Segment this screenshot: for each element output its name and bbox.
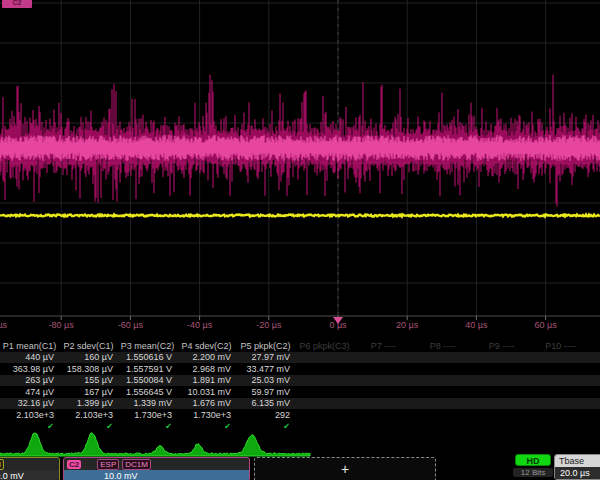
time-axis: -100 µs-80 µs-60 µs-40 µs-20 µs0 µs20 µs… (0, 320, 600, 333)
measure-header-row: P1 mean(C1)P2 sdev(C1)P3 mean(C2)P4 sdev… (0, 340, 600, 352)
time-axis-label: 40 µs (465, 320, 487, 330)
measure-value-cell: 27.97 mV (236, 352, 295, 362)
measure-stat-row: 2.103e+32.103e+31.730e+31.730e+3292 (0, 409, 600, 421)
measure-value-cell: 1.891 mV (177, 375, 236, 385)
measure-value-cell: 33.477 mV (236, 364, 295, 374)
measure-value-cell: 2.103e+3 (0, 410, 59, 420)
add-trace-button[interactable]: + (254, 457, 436, 480)
measure-header-cell[interactable]: P9 ---- (472, 341, 531, 351)
measure-value-cell: 1.550084 V (118, 375, 177, 385)
measure-value-cell: 474 µV (0, 387, 59, 397)
trace-label-badge[interactable]: C2 (2, 0, 32, 8)
c2-vertical-scale: 10.0 mV (64, 470, 249, 480)
measure-value-cell: 167 µV (59, 387, 118, 397)
measure-value-cell: 1.730e+3 (118, 410, 177, 420)
measure-status-cell: ✔ (236, 422, 295, 431)
time-axis-label: -80 µs (49, 320, 74, 330)
measure-value-cell: 1.339 mV (118, 398, 177, 408)
hd-mode-badge[interactable]: HD (515, 454, 551, 466)
measure-header-cell[interactable]: P10 ---- (531, 341, 590, 351)
bit-resolution-label: 12 Bits (513, 468, 553, 477)
measure-value-cell: 2.968 mV (177, 364, 236, 374)
time-axis-label: 20 µs (396, 320, 418, 330)
c1-coupling-badge: DC1M (0, 459, 4, 470)
measure-header-cell[interactable]: P6 pkpk(C3) (295, 341, 354, 351)
measure-value-cell: 2.200 mV (177, 352, 236, 362)
measure-header-cell[interactable]: P7 ---- (354, 341, 413, 351)
measure-status-cell: ✔ (59, 422, 118, 431)
measure-stat-row: 363.98 µV158.308 µV1.557591 V2.968 mV33.… (0, 363, 600, 375)
time-axis-label: 0 µs (329, 320, 346, 330)
measure-header-cell[interactable]: P8 ---- (413, 341, 472, 351)
measure-value-cell: 292 (236, 410, 295, 420)
measure-header-cell[interactable]: P3 mean(C2) (118, 341, 177, 351)
measure-stat-row: 263 µV155 µV1.550084 V1.891 mV25.03 mV (0, 375, 600, 387)
time-axis-label: -60 µs (118, 320, 143, 330)
c2-channel-badge: C2 (67, 460, 81, 469)
channel-descriptor-c1[interactable]: C1 DC1M 10.0 mV (0, 457, 60, 480)
bottom-descriptor-bar: C1 DC1M 10.0 mV C2 ESP DC1M 10.0 mV + HD… (0, 457, 600, 480)
measure-value-cell: 1.676 mV (177, 398, 236, 408)
measure-header-cell[interactable]: P4 sdev(C2) (177, 341, 236, 351)
time-axis-label: 60 µs (534, 320, 556, 330)
measure-status-row: ✔✔✔✔✔ (0, 421, 600, 433)
measure-stat-row: 32.16 µV1.399 µV1.339 mV1.676 mV6.135 mV (0, 398, 600, 410)
measure-value-cell: 1.556645 V (118, 387, 177, 397)
measure-value-cell: 363.98 µV (0, 364, 59, 374)
statistics-histogram-trace (0, 433, 310, 456)
timebase-title: Tbase (555, 455, 600, 467)
measure-status-cell: ✔ (118, 422, 177, 431)
time-axis-label: -40 µs (187, 320, 212, 330)
measure-value-cell: 1.730e+3 (177, 410, 236, 420)
c1-trace (0, 215, 600, 217)
measure-value-cell: 10.031 mV (177, 387, 236, 397)
timebase-value: 20.0 µs (555, 467, 600, 480)
timebase-descriptor[interactable]: Tbase 20.0 µs (554, 454, 600, 480)
measure-stat-row: 474 µV167 µV1.556645 V10.031 mV59.97 mV (0, 386, 600, 398)
waveform-plot-area[interactable] (0, 0, 600, 334)
measure-status-cell: ✔ (177, 422, 236, 431)
time-axis-label: -100 µs (0, 320, 7, 330)
measure-value-cell: 1.550616 V (118, 352, 177, 362)
measure-header-cell[interactable]: P2 sdev(C1) (59, 341, 118, 351)
c1-vertical-scale: 10.0 mV (0, 470, 59, 480)
measurement-table: P1 mean(C1)P2 sdev(C1)P3 mean(C2)P4 sdev… (0, 340, 600, 432)
measure-header-cell[interactable]: P1 mean(C1) (0, 341, 59, 351)
measure-value-cell: 6.135 mV (236, 398, 295, 408)
measure-value-cell: 1.399 µV (59, 398, 118, 408)
measure-value-cell: 2.103e+3 (59, 410, 118, 420)
measure-value-cell: 440 µV (0, 352, 59, 362)
measure-value-cell: 1.557591 V (118, 364, 177, 374)
measure-value-cell: 263 µV (0, 375, 59, 385)
measure-header-cell[interactable]: P5 pkpk(C2) (236, 341, 295, 351)
measure-value-cell: 32.16 µV (0, 398, 59, 408)
channel-descriptor-c2[interactable]: C2 ESP DC1M 10.0 mV (63, 457, 250, 480)
measure-status-cell: ✔ (0, 422, 59, 431)
measure-stat-row: 440 µV160 µV1.550616 V2.200 mV27.97 mV (0, 352, 600, 364)
c2-coupling-badge: DC1M (122, 459, 151, 470)
time-axis-label: -20 µs (256, 320, 281, 330)
c2-esp-badge: ESP (97, 459, 119, 470)
measure-value-cell: 25.03 mV (236, 375, 295, 385)
acquisition-mode[interactable]: HD 12 Bits (513, 454, 553, 477)
measurement-histogram-strip (0, 428, 600, 460)
measure-value-cell: 158.308 µV (59, 364, 118, 374)
measure-value-cell: 155 µV (59, 375, 118, 385)
measure-value-cell: 59.97 mV (236, 387, 295, 397)
measure-value-cell: 160 µV (59, 352, 118, 362)
